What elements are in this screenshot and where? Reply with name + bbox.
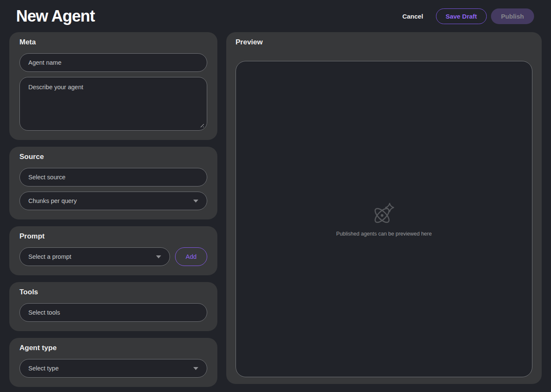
atom-sparkle-icon [372,201,396,226]
tools-title: Tools [19,288,207,296]
preview-empty-text: Published agents can be previewed here [336,231,432,237]
source-title: Source [19,153,207,161]
tools-card: Tools [9,282,217,331]
agent-type-card: Agent type Select type [9,338,217,387]
agent-type-select-label: Select type [28,365,59,372]
agent-type-title: Agent type [19,344,207,352]
meta-card: Meta [9,32,217,140]
main-content: Meta Source Chunks per query Prompt [0,30,551,387]
meta-title: Meta [19,38,207,47]
header: New Agent Cancel Save Draft Publish [0,0,551,30]
preview-title: Preview [236,38,532,47]
page-title: New Agent [16,7,95,25]
caret-down-icon [156,255,161,258]
agent-type-select[interactable]: Select type [19,359,207,378]
preview-card: Preview Published agents can be previewe… [226,32,542,384]
caret-down-icon [193,367,198,370]
prompt-card: Prompt Select a prompt Add [9,226,217,275]
chunks-per-query-label: Chunks per query [28,197,77,204]
select-source-input[interactable] [19,168,207,186]
agent-name-input[interactable] [19,53,207,72]
chunks-per-query-select[interactable]: Chunks per query [19,192,207,210]
save-draft-button[interactable]: Save Draft [436,8,487,24]
add-prompt-button[interactable]: Add [175,247,207,266]
prompt-select-label: Select a prompt [28,253,71,260]
caret-down-icon [193,200,198,203]
publish-button[interactable]: Publish [491,8,534,24]
prompt-select[interactable]: Select a prompt [19,247,170,266]
source-card: Source Chunks per query [9,147,217,219]
preview-panel: Published agents can be previewed here [236,61,532,377]
agent-description-textarea[interactable] [19,77,207,131]
header-actions: Cancel Save Draft Publish [397,8,534,24]
prompt-title: Prompt [19,232,207,241]
select-tools-input[interactable] [19,303,207,322]
cancel-button[interactable]: Cancel [397,8,428,24]
agent-form: Meta Source Chunks per query Prompt [9,32,217,387]
